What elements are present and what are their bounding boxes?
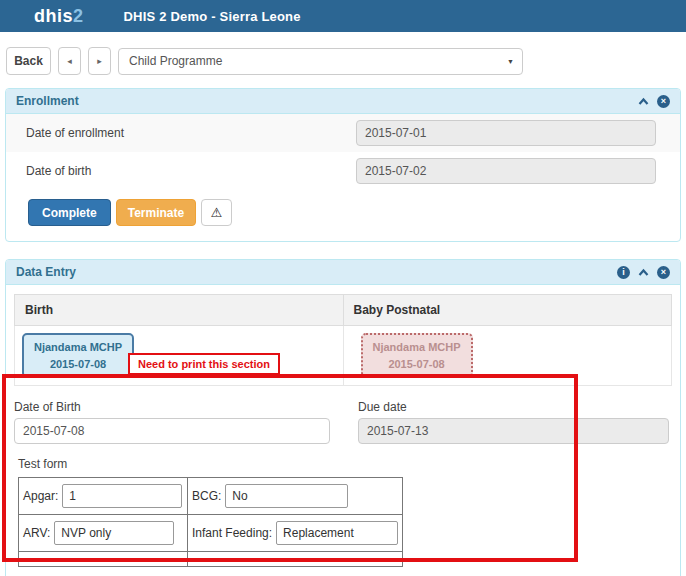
event-org-unit: Njandama MCHP <box>373 339 461 356</box>
empty-cell <box>19 552 188 567</box>
back-button[interactable]: Back <box>6 47 51 75</box>
app-header: dhis2 DHIS 2 Demo - Sierra Leone <box>0 0 686 32</box>
date-of-enrollment-label: Date of enrollment <box>26 126 356 140</box>
terminate-button[interactable]: Terminate <box>116 199 196 226</box>
test-form-label: Test form <box>18 457 680 471</box>
enrollment-title: Enrollment <box>16 94 79 108</box>
infant-feeding-cell: Infant Feeding: <box>188 515 403 552</box>
data-entry-title: Data Entry <box>16 265 76 279</box>
date-of-birth-enrollment-field <box>356 158 656 184</box>
logo-accent: 2 <box>73 6 84 26</box>
complete-button[interactable]: Complete <box>28 199 111 226</box>
due-date-field-group: Due date <box>358 400 669 444</box>
infant-feeding-label: Infant Feeding: <box>192 526 272 540</box>
data-entry-panel-header: Data Entry i × <box>6 260 680 285</box>
program-stages-table: Birth Baby Postnatal Njandama MCHP 2015-… <box>14 294 672 386</box>
date-of-birth-field-group: Date of Birth <box>14 400 358 444</box>
warning-icon: ⚠ <box>211 205 223 220</box>
date-of-birth-label: Date of Birth <box>14 400 358 414</box>
stage-column-birth: Birth <box>15 295 344 326</box>
stage-column-baby-postnatal: Baby Postnatal <box>343 295 672 326</box>
info-icon[interactable]: i <box>617 266 630 279</box>
program-select[interactable]: Child Programme ▼ <box>118 48 523 75</box>
test-form-table: Apgar: BCG: ARV: <box>18 477 403 567</box>
collapse-icon[interactable] <box>637 268 650 277</box>
prev-button[interactable]: ◂ <box>58 47 81 75</box>
left-arrow-icon: ◂ <box>67 56 72 66</box>
stage-cell-baby-postnatal: Njandama MCHP 2015-07-08 <box>343 326 672 386</box>
data-entry-panel-icons: i × <box>617 266 670 279</box>
date-of-birth-input[interactable] <box>14 418 330 444</box>
due-date-label: Due date <box>358 400 669 414</box>
arv-input[interactable] <box>54 521 174 545</box>
bcg-label: BCG: <box>192 489 221 503</box>
data-entry-panel: Data Entry i × Birth Baby Postnatal Njan… <box>5 259 681 576</box>
apgar-input[interactable] <box>62 484 182 508</box>
right-arrow-icon: ▸ <box>97 56 102 66</box>
event-data-entry-form: Date of Birth Due date Test form Apgar: <box>6 386 680 576</box>
bcg-input[interactable] <box>225 484 348 508</box>
app-title: DHIS 2 Demo - Sierra Leone <box>124 9 301 24</box>
dhis2-logo: dhis2 <box>34 6 84 27</box>
enrollment-panel: Enrollment × Date of enrollment Date of … <box>5 88 681 242</box>
warning-button[interactable]: ⚠ <box>201 199 232 226</box>
close-icon[interactable]: × <box>657 266 670 279</box>
date-of-birth-enrollment-label: Date of birth <box>26 164 356 178</box>
event-card-birth[interactable]: Njandama MCHP 2015-07-08 <box>22 333 134 378</box>
event-org-unit: Njandama MCHP <box>34 339 122 356</box>
logo-text: dhis <box>34 6 73 26</box>
arv-label: ARV: <box>23 526 50 540</box>
date-fields-row: Date of Birth Due date <box>14 400 680 444</box>
stage-cell-birth: Njandama MCHP 2015-07-08 <box>15 326 344 386</box>
enrollment-field-row: Date of enrollment <box>6 114 680 152</box>
program-select-value: Child Programme <box>129 54 222 68</box>
event-date: 2015-07-08 <box>34 356 122 373</box>
toolbar: Back ◂ ▸ Child Programme ▼ <box>6 47 680 75</box>
collapse-icon[interactable] <box>637 97 650 106</box>
next-button[interactable]: ▸ <box>88 47 111 75</box>
date-of-enrollment-field <box>356 120 656 146</box>
apgar-cell: Apgar: <box>19 478 188 515</box>
event-date: 2015-07-08 <box>373 356 461 373</box>
chevron-down-icon: ▼ <box>507 58 514 65</box>
empty-cell <box>188 552 403 567</box>
arv-cell: ARV: <box>19 515 188 552</box>
enrollment-panel-header: Enrollment × <box>6 89 680 114</box>
enrollment-actions: Complete Terminate ⚠ <box>6 190 680 241</box>
enrollment-panel-icons: × <box>637 95 670 108</box>
bcg-cell: BCG: <box>188 478 403 515</box>
event-card-baby-postnatal[interactable]: Njandama MCHP 2015-07-08 <box>361 333 473 378</box>
due-date-input <box>358 418 669 444</box>
apgar-label: Apgar: <box>23 489 58 503</box>
enrollment-field-row: Date of birth <box>6 152 680 190</box>
infant-feeding-input[interactable] <box>276 521 398 545</box>
close-icon[interactable]: × <box>657 95 670 108</box>
